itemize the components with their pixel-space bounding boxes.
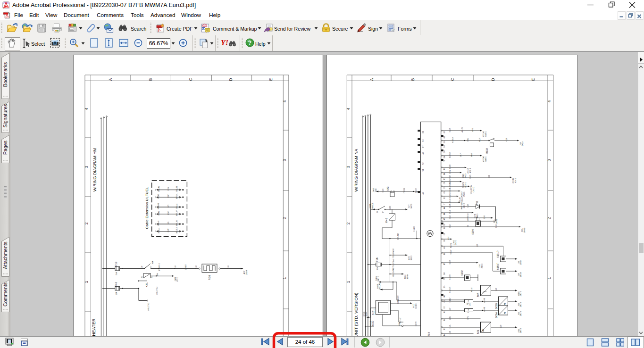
svg-text:1.5W: 1.5W (449, 307, 451, 311)
svg-text:0.5AVG: 0.5AVG (413, 225, 415, 231)
svg-text:1: 1 (84, 281, 89, 283)
svg-text:10A: 10A (376, 267, 378, 270)
svg-text:0.5GN/Y: 0.5GN/Y (449, 151, 451, 157)
svg-text:B07A,K2: B07A,K2 (158, 203, 160, 209)
svg-text:Comments: Comments (2, 282, 8, 307)
svg-text:C6: C6 (443, 191, 445, 193)
svg-text:HO2,B: HO2,B (377, 283, 379, 289)
svg-text:0.5Y/R: 0.5Y/R (449, 274, 451, 279)
svg-text:2: 2 (346, 222, 351, 224)
svg-text:?: ? (248, 40, 251, 46)
svg-text:X0BB: X0BB (518, 291, 520, 296)
svg-text:A: A (370, 78, 374, 81)
svg-text:B0_A1: B0_A1 (158, 194, 160, 199)
svg-text:P: P (504, 312, 506, 315)
svg-text:1.5R: 1.5R (495, 224, 497, 228)
svg-text:B07_B1: B07_B1 (176, 193, 178, 199)
svg-text:BA1A: BA1A (369, 203, 371, 208)
svg-text:HC2,B: HC2,B (370, 321, 372, 326)
svg-text:NAVY: NAVY (471, 152, 473, 157)
svg-text:BROWN 2: BROWN 2 (159, 263, 161, 271)
svg-text:87: 87 (382, 211, 384, 213)
svg-text:E1: E1 (422, 130, 424, 133)
svg-text:0.5B: 0.5B (488, 174, 490, 178)
svg-text:F1: F1 (443, 177, 445, 179)
svg-text:ZA2/8: ZA2/8 (246, 270, 248, 274)
svg-text:AG,18: AG,18 (471, 287, 473, 292)
svg-text:EN/T3: EN/T3 (467, 315, 469, 320)
svg-text:K43: K43 (385, 218, 388, 223)
svg-text:4: 4 (547, 100, 552, 102)
svg-text:VIOLET9.4: VIOLET9.4 (156, 287, 158, 295)
svg-text:0.5W: 0.5W (167, 187, 169, 190)
svg-text:4: 4 (346, 108, 351, 110)
svg-text:WIRING DIAGRAM NA: WIRING DIAGRAM NA (354, 149, 359, 191)
svg-text:BB3 D: BB3 D (410, 255, 412, 260)
svg-text:X02,A6: X02,A6 (512, 178, 514, 183)
svg-text:3: 3 (283, 159, 287, 161)
svg-text:K41: K41 (145, 282, 148, 287)
svg-text:BA/1 E: BA/1 E (377, 275, 379, 281)
svg-text:87: 87 (151, 265, 152, 267)
svg-text:A33,D8: A33,D8 (467, 168, 469, 174)
svg-text:C0: C0 (443, 224, 445, 226)
svg-text:S/6B,S2: S/6B,S2 (462, 182, 464, 188)
svg-text:YELLOW B3: YELLOW B3 (393, 249, 394, 257)
svg-text:UNIT (STD. VERSION): UNIT (STD. VERSION) (354, 292, 359, 336)
svg-text:2A1D: 2A1D (373, 188, 375, 192)
svg-text:86: 86 (141, 276, 143, 278)
svg-text:1.5F: 1.5F (477, 244, 478, 247)
svg-text:ZK2 D: ZK2 D (176, 276, 178, 281)
svg-text:HG4 D: HG4 D (515, 178, 517, 183)
svg-text:2.5W: 2.5W (448, 236, 450, 240)
svg-text:4: 4 (84, 108, 89, 110)
svg-text:0.5LN: 0.5LN (449, 215, 451, 219)
svg-text:0.5GR: 0.5GR (449, 188, 451, 192)
svg-text:3: 3 (547, 159, 552, 161)
svg-text:ZA2 D: ZA2 D (481, 263, 483, 268)
svg-text:0.5R: 0.5R (506, 137, 508, 141)
svg-text:4: 4 (283, 100, 287, 102)
svg-text:1.0W: 1.0W (167, 194, 169, 198)
svg-text:S192: S192 (460, 270, 463, 275)
svg-text:ZA/3 9: ZA/3 9 (520, 291, 522, 296)
svg-text:ZA/9 B: ZA/9 B (524, 227, 526, 232)
svg-text:YELLOW A3: YELLOW A3 (393, 258, 394, 267)
svg-text:S184: S184 (471, 229, 474, 234)
svg-text:1: 1 (283, 277, 287, 279)
svg-text:85: 85 (151, 276, 153, 278)
svg-text:E4: E4 (443, 173, 445, 175)
svg-text:0.5BB: 0.5BB (389, 205, 391, 210)
svg-text:Signatures: Signatures (2, 104, 8, 127)
svg-text:X0AG: X0AG (453, 240, 455, 245)
svg-text:ZA2 D: ZA2 D (455, 240, 457, 244)
svg-text:2: 2 (283, 217, 287, 219)
svg-text:0.5BN/W: 0.5BN/W (449, 182, 451, 189)
svg-text:D5: D5 (443, 285, 445, 288)
svg-text:BA/S E: BA/S E (485, 131, 487, 136)
svg-text:F3: F3 (443, 167, 445, 169)
svg-text:F19: F19 (115, 261, 117, 266)
svg-text:AGP: AGP (244, 270, 246, 274)
svg-text:3: 3 (346, 166, 351, 168)
svg-text:K2: K2 (443, 310, 445, 313)
svg-text:WHITE B4: WHITE B4 (467, 213, 469, 221)
svg-text:B4: B4 (443, 213, 445, 215)
svg-text:BA7/B: BA7/B (410, 203, 412, 208)
svg-text:X02: X02 (518, 312, 520, 315)
svg-text:A33,T3: A33,T3 (461, 127, 463, 133)
svg-text:B06A: B06A (495, 312, 498, 318)
svg-text:0.5GN: 0.5GN (449, 259, 451, 264)
svg-text:25A: 25A (116, 272, 117, 275)
svg-text:C8: C8 (443, 182, 445, 184)
svg-text:S2: S2 (422, 162, 424, 165)
svg-text:C: C (189, 78, 193, 81)
svg-text:2.05: 2.05 (167, 221, 169, 224)
svg-text:B01,A2: B01,A2 (176, 203, 178, 208)
svg-text:KBD: KBD (375, 188, 377, 191)
svg-text:B3: B3 (443, 253, 445, 255)
svg-text:Cable Extension ULFUEL: Cable Extension ULFUEL (145, 186, 149, 229)
svg-text:YELLOW B4: YELLOW B4 (470, 185, 472, 194)
svg-text:30F: 30F (518, 273, 520, 275)
svg-text:30F: 30F (518, 260, 520, 263)
